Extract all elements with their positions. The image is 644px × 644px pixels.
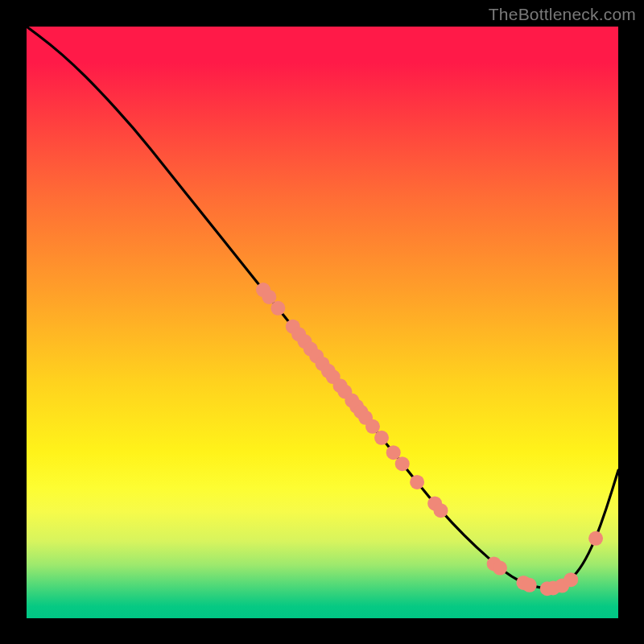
data-point-marker	[522, 578, 537, 592]
data-point-marker	[262, 290, 276, 304]
chart-stage: TheBottleneck.com	[0, 0, 644, 644]
data-point-marker	[588, 531, 603, 546]
data-point-marker	[270, 301, 285, 316]
plot-area	[27, 27, 618, 618]
data-point-marker	[386, 445, 401, 460]
data-point-marker	[395, 456, 410, 471]
marker-layer	[256, 283, 603, 596]
data-point-marker	[365, 419, 380, 434]
data-point-marker	[410, 475, 424, 489]
attribution-text: TheBottleneck.com	[489, 5, 636, 24]
data-point-marker	[493, 561, 507, 576]
chart-svg	[27, 27, 618, 618]
data-point-marker	[564, 572, 578, 587]
data-point-marker	[434, 503, 448, 518]
data-point-marker	[374, 431, 389, 445]
curve-line	[27, 27, 618, 588]
